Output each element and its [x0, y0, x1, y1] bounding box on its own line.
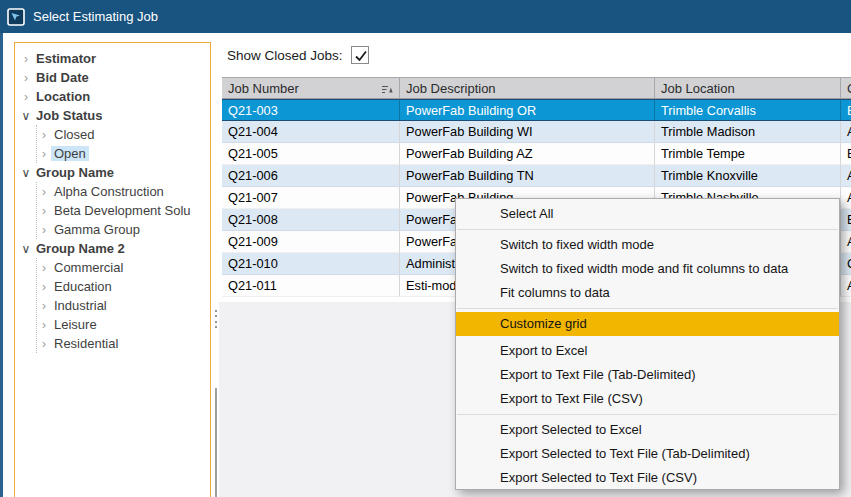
chevron-collapsed-icon[interactable]: ›: [37, 147, 51, 161]
column-header-label: Job Number: [228, 81, 299, 96]
table-cell[interactable]: Trimble Madison: [655, 121, 841, 143]
cell-text: PowerFab Building TN: [406, 168, 534, 183]
table-cell[interactable]: PowerFab Building TN: [400, 165, 655, 187]
menu-separator: [457, 414, 838, 415]
table-cell[interactable]: Q21-005: [222, 143, 400, 165]
tree-item-label: Residential: [51, 336, 121, 351]
chevron-collapsed-icon[interactable]: ›: [19, 90, 33, 104]
table-row[interactable]: Q21-005PowerFab Building AZTrimble Tempe…: [222, 143, 851, 165]
tree-item-education[interactable]: ›Education: [37, 277, 210, 296]
table-cell[interactable]: Trimble Corvallis: [655, 100, 841, 120]
cell-text: Q21-009: [228, 234, 278, 249]
chevron-expanded-icon[interactable]: ∨: [19, 166, 33, 180]
table-row[interactable]: Q21-006PowerFab Building TNTrimble Knoxv…: [222, 165, 851, 187]
table-cell[interactable]: PowerFab Building OR: [400, 100, 655, 120]
table-cell[interactable]: Q21-011: [222, 275, 400, 297]
menu-item-export-to-text-file-tab-delimited-[interactable]: Export to Text File (Tab-Delimited): [456, 363, 839, 387]
chevron-collapsed-icon[interactable]: ›: [19, 71, 33, 85]
table-cell[interactable]: Alpha Construction: [841, 187, 851, 209]
cell-text: Beta Development Solutions: [847, 212, 851, 227]
panel-splitter[interactable]: [215, 388, 217, 497]
table-cell[interactable]: Alpha Construction: [841, 231, 851, 253]
table-cell[interactable]: Q21-008: [222, 209, 400, 231]
chevron-collapsed-icon[interactable]: ›: [37, 299, 51, 313]
chevron-collapsed-icon[interactable]: ›: [37, 223, 51, 237]
menu-item-fit-columns-to-data[interactable]: Fit columns to data: [456, 281, 839, 305]
chevron-collapsed-icon[interactable]: ›: [37, 337, 51, 351]
show-closed-jobs-checkbox[interactable]: [351, 46, 369, 64]
tree-item-location[interactable]: ›Location: [19, 87, 210, 106]
table-cell[interactable]: Alpha Construction: [841, 165, 851, 187]
chevron-collapsed-icon[interactable]: ›: [37, 185, 51, 199]
table-cell[interactable]: Trimble Knoxville: [655, 165, 841, 187]
tree-item-job-status[interactable]: ∨Job Status: [19, 106, 210, 125]
splitter-grip-icon[interactable]: [214, 310, 218, 328]
table-cell[interactable]: Beta Development Solutions: [841, 209, 851, 231]
cell-text: Q21-011: [228, 278, 277, 293]
chevron-collapsed-icon[interactable]: ›: [37, 261, 51, 275]
chevron-expanded-icon[interactable]: ∨: [19, 109, 33, 123]
table-cell[interactable]: Beta Development Solutions: [841, 143, 851, 165]
menu-item-export-selected-to-excel[interactable]: Export Selected to Excel: [456, 418, 839, 442]
title-bar: Select Estimating Job: [0, 0, 851, 33]
tree-item-industrial[interactable]: ›Industrial: [37, 296, 210, 315]
table-cell[interactable]: Q21-006: [222, 165, 400, 187]
grid-context-menu: Select AllSwitch to fixed width modeSwit…: [455, 198, 840, 490]
tree-item-estimator[interactable]: ›Estimator: [19, 49, 210, 68]
tree-item-label: Closed: [51, 127, 97, 142]
tree-item-open[interactable]: ›Open: [37, 144, 210, 163]
column-header-job-description[interactable]: Job Description: [400, 78, 655, 98]
tree-item-label: Location: [33, 89, 93, 104]
chevron-collapsed-icon[interactable]: ›: [37, 280, 51, 294]
tree-item-label: Leisure: [51, 317, 100, 332]
table-cell[interactable]: PowerFab Building WI: [400, 121, 655, 143]
tree-item-beta-development-solu[interactable]: ›Beta Development Solu: [37, 201, 210, 220]
menu-item-export-to-text-file-csv-[interactable]: Export to Text File (CSV): [456, 387, 839, 411]
tree-item-commercial[interactable]: ›Commercial: [37, 258, 210, 277]
tree-item-residential[interactable]: ›Residential: [37, 334, 210, 353]
menu-item-switch-to-fixed-width-mode[interactable]: Switch to fixed width mode: [456, 233, 839, 257]
column-header-label: Job Description: [406, 81, 496, 96]
menu-item-export-selected-to-text-file-csv-[interactable]: Export Selected to Text File (CSV): [456, 466, 839, 490]
table-cell[interactable]: Alpha Construction: [841, 121, 851, 143]
cell-text: Beta Development Solutions: [847, 103, 851, 118]
cell-text: PowerFab Building WI: [406, 124, 533, 139]
table-cell[interactable]: Q21-007: [222, 187, 400, 209]
tree-item-group-name[interactable]: ∨Group Name: [19, 163, 210, 182]
tree-item-closed[interactable]: ›Closed: [37, 125, 210, 144]
menu-item-customize-grid[interactable]: Customize grid: [456, 312, 839, 336]
tree-item-alpha-construction[interactable]: ›Alpha Construction: [37, 182, 210, 201]
table-cell[interactable]: Gamma Group: [841, 253, 851, 275]
table-row[interactable]: Q21-003PowerFab Building ORTrimble Corva…: [222, 99, 851, 121]
table-cell[interactable]: Q21-004: [222, 121, 400, 143]
chevron-collapsed-icon[interactable]: ›: [37, 204, 51, 218]
menu-item-export-to-excel[interactable]: Export to Excel: [456, 339, 839, 363]
tree-item-leisure[interactable]: ›Leisure: [37, 315, 210, 334]
table-cell[interactable]: Alpha Construction: [841, 275, 851, 297]
column-header-group-name[interactable]: Group Name: [841, 78, 851, 98]
table-cell[interactable]: PowerFab Building AZ: [400, 143, 655, 165]
table-cell[interactable]: Q21-003: [222, 100, 400, 120]
menu-separator: [457, 308, 838, 309]
table-cell[interactable]: Q21-009: [222, 231, 400, 253]
tree-item-bid-date[interactable]: ›Bid Date: [19, 68, 210, 87]
table-cell[interactable]: Q21-010: [222, 253, 400, 275]
chevron-collapsed-icon[interactable]: ›: [37, 128, 51, 142]
chevron-collapsed-icon[interactable]: ›: [37, 318, 51, 332]
table-cell[interactable]: Trimble Tempe: [655, 143, 841, 165]
menu-item-select-all[interactable]: Select All: [456, 202, 839, 226]
tree-item-label: Group Name 2: [33, 241, 128, 256]
menu-item-switch-to-fixed-width-mode-and-fit-columns-to-data[interactable]: Switch to fixed width mode and fit colum…: [456, 257, 839, 281]
grid-header-row: Job NumberJob DescriptionJob LocationGro…: [222, 77, 851, 99]
tree-item-gamma-group[interactable]: ›Gamma Group: [37, 220, 210, 239]
tree-item-label: Open: [51, 146, 89, 161]
table-row[interactable]: Q21-004PowerFab Building WITrimble Madis…: [222, 121, 851, 143]
app-window-icon: [7, 8, 25, 26]
table-cell[interactable]: Beta Development Solutions: [841, 100, 851, 120]
column-header-job-number[interactable]: Job Number: [222, 78, 400, 98]
chevron-expanded-icon[interactable]: ∨: [19, 242, 33, 256]
menu-item-export-selected-to-text-file-tab-delimited-[interactable]: Export Selected to Text File (Tab-Delimi…: [456, 442, 839, 466]
tree-item-group-name-2[interactable]: ∨Group Name 2: [19, 239, 210, 258]
column-header-job-location[interactable]: Job Location: [655, 78, 841, 98]
chevron-collapsed-icon[interactable]: ›: [19, 52, 33, 66]
